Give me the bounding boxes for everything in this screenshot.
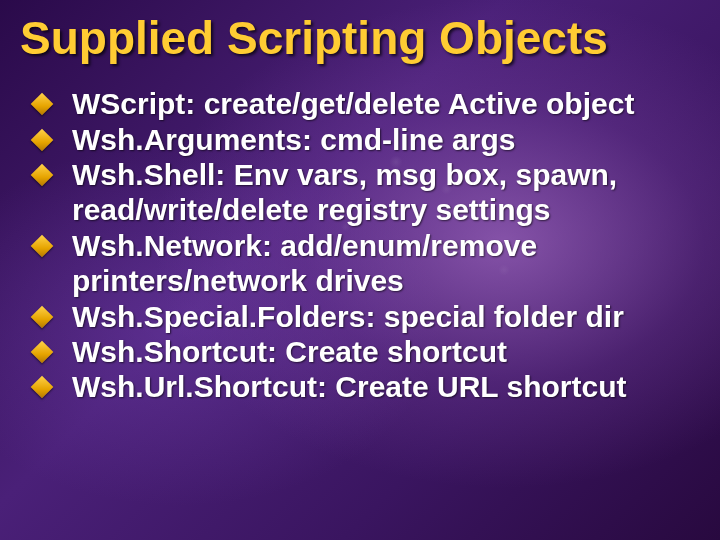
diamond-bullet-icon — [31, 93, 54, 116]
list-item-text: Wsh.Special.Folders: special folder dir — [72, 299, 624, 334]
list-item: Wsh.Network: add/enum/remove printers/ne… — [34, 228, 696, 299]
list-item: Wsh.Special.Folders: special folder dir — [34, 299, 696, 334]
diamond-bullet-icon — [31, 376, 54, 399]
diamond-bullet-icon — [31, 164, 54, 187]
list-item: WScript: create/get/delete Active object — [34, 86, 696, 121]
diamond-bullet-icon — [31, 305, 54, 328]
slide-title: Supplied Scripting Objects — [20, 14, 700, 62]
list-item-text: Wsh.Url.Shortcut: Create URL shortcut — [72, 369, 627, 404]
list-item: Wsh.Shell: Env vars, msg box, spawn, rea… — [34, 157, 696, 228]
list-item: Wsh.Url.Shortcut: Create URL shortcut — [34, 369, 696, 404]
list-item-text: Wsh.Shell: Env vars, msg box, spawn, rea… — [72, 157, 696, 228]
diamond-bullet-icon — [31, 341, 54, 364]
list-item-text: WScript: create/get/delete Active object — [72, 86, 634, 121]
diamond-bullet-icon — [31, 128, 54, 151]
list-item-text: Wsh.Shortcut: Create shortcut — [72, 334, 507, 369]
list-item-text: Wsh.Arguments: cmd-line args — [72, 122, 515, 157]
bullet-list: WScript: create/get/delete Active object… — [20, 86, 700, 405]
list-item-text: Wsh.Network: add/enum/remove printers/ne… — [72, 228, 696, 299]
list-item: Wsh.Arguments: cmd-line args — [34, 122, 696, 157]
list-item: Wsh.Shortcut: Create shortcut — [34, 334, 696, 369]
slide: Supplied Scripting Objects WScript: crea… — [0, 0, 720, 540]
diamond-bullet-icon — [31, 235, 54, 258]
